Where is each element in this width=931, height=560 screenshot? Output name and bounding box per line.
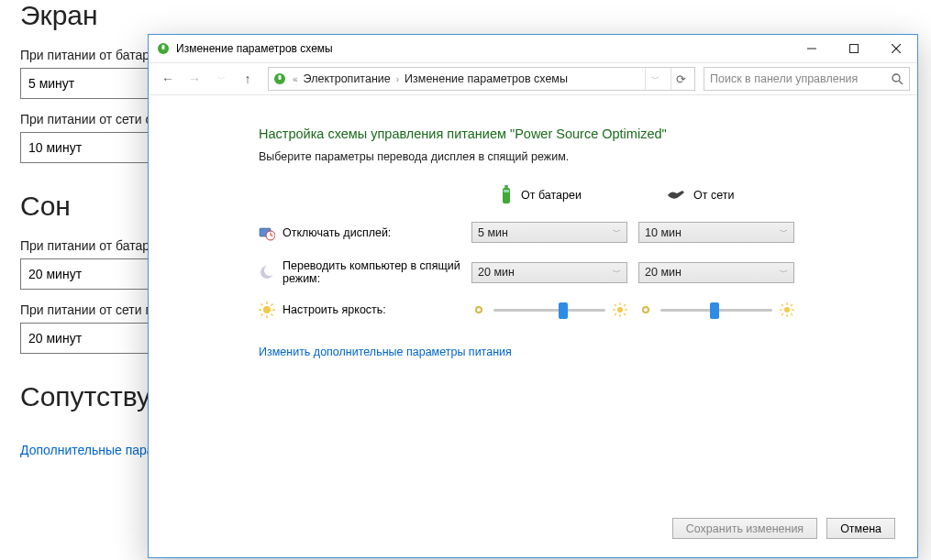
- advanced-settings-link[interactable]: Изменить дополнительные параметры питани…: [259, 346, 512, 358]
- sleep-ac-combo[interactable]: 20 мин﹀: [638, 262, 794, 283]
- svg-rect-12: [504, 190, 509, 192]
- svg-point-29: [617, 307, 623, 313]
- section-heading-screen: Экран: [20, 0, 911, 31]
- display-ac-combo[interactable]: 10 мин﹀: [638, 222, 794, 243]
- svg-rect-7: [279, 75, 282, 80]
- svg-rect-11: [504, 185, 508, 188]
- breadcrumb-sep: ›: [396, 74, 399, 84]
- row-label-display: Отключать дисплей:: [259, 225, 460, 241]
- svg-point-38: [643, 307, 648, 313]
- svg-line-26: [272, 304, 273, 306]
- breadcrumb-current[interactable]: Изменение параметров схемы: [405, 72, 568, 85]
- svg-point-18: [264, 265, 275, 276]
- maximize-button[interactable]: [833, 35, 875, 62]
- search-box[interactable]: Поиск в панели управления: [704, 67, 910, 91]
- moon-icon: [259, 264, 275, 280]
- sun-dim-icon: [638, 302, 653, 317]
- refresh-button[interactable]: ⟳: [671, 68, 691, 90]
- sun-icon: [259, 302, 275, 318]
- svg-rect-3: [850, 45, 859, 53]
- svg-line-47: [781, 313, 783, 315]
- recent-button[interactable]: ﹀: [209, 67, 233, 91]
- svg-line-35: [624, 313, 626, 315]
- svg-line-44: [781, 304, 783, 306]
- search-placeholder: Поиск в панели управления: [710, 72, 858, 85]
- row-label-brightness: Настроить яркость:: [259, 302, 460, 318]
- plug-icon: [666, 188, 686, 203]
- brightness-ac-slider[interactable]: [638, 302, 794, 317]
- sleep-battery-combo[interactable]: 20 мин﹀: [471, 262, 627, 283]
- close-button[interactable]: [875, 35, 917, 62]
- svg-line-37: [615, 313, 616, 315]
- display-battery-combo[interactable]: 5 мин﹀: [471, 222, 627, 243]
- address-bar[interactable]: « Электропитание › Изменение параметров …: [268, 67, 695, 91]
- sun-bright-icon: [780, 302, 794, 317]
- save-button[interactable]: Сохранить изменения: [672, 518, 817, 539]
- monitor-clock-icon: [259, 225, 275, 241]
- sun-bright-icon: [613, 302, 627, 317]
- brightness-battery-slider[interactable]: [471, 302, 627, 317]
- svg-point-19: [263, 306, 271, 313]
- up-button[interactable]: ↑: [236, 67, 260, 91]
- battery-icon: [499, 185, 514, 205]
- chevron-down-icon: ﹀: [613, 226, 621, 238]
- svg-line-34: [615, 304, 616, 306]
- forward-button[interactable]: →: [183, 67, 206, 91]
- column-header-battery: От батареи: [471, 185, 627, 205]
- svg-point-39: [784, 307, 790, 313]
- chevron-down-icon: ﹀: [780, 267, 788, 279]
- window-title: Изменение параметров схемы: [176, 42, 333, 55]
- breadcrumb-root-sep: «: [293, 74, 298, 84]
- power-options-icon: [272, 71, 287, 86]
- address-dropdown-button[interactable]: ﹀: [645, 68, 665, 90]
- sleep-ac-value: 20 минут: [28, 331, 82, 346]
- navbar: ← → ﹀ ↑ « Электропитание › Изменение пар…: [149, 62, 917, 95]
- svg-line-27: [261, 314, 263, 316]
- chevron-down-icon: ﹀: [780, 226, 788, 238]
- chevron-down-icon: ﹀: [613, 267, 621, 279]
- plan-subtext: Выберите параметры перевода дисплея в сп…: [259, 150, 899, 163]
- cancel-button[interactable]: Отмена: [826, 518, 895, 539]
- svg-line-46: [791, 304, 792, 306]
- edit-plan-window: Изменение параметров схемы ← → ﹀ ↑ « Эле…: [148, 34, 918, 558]
- plan-heading: Настройка схемы управления питанием "Pow…: [259, 126, 899, 141]
- svg-line-45: [791, 313, 792, 315]
- breadcrumb-root[interactable]: Электропитание: [304, 72, 391, 85]
- svg-point-28: [476, 307, 482, 313]
- svg-point-8: [892, 74, 900, 82]
- content-area: Настройка схемы управления питанием "Pow…: [149, 95, 917, 557]
- svg-rect-1: [162, 45, 165, 49]
- row-label-sleep: Переводить компьютер в спящий режим:: [259, 259, 460, 285]
- column-header-ac: От сети: [638, 188, 794, 203]
- svg-line-24: [261, 304, 263, 306]
- power-options-icon: [156, 41, 171, 56]
- sleep-battery-value: 20 минут: [28, 267, 82, 281]
- screen-battery-value: 5 минут: [28, 76, 74, 91]
- back-button[interactable]: ←: [156, 67, 180, 91]
- minimize-button[interactable]: [791, 35, 833, 62]
- search-icon: [892, 73, 903, 85]
- sun-dim-icon: [471, 302, 486, 317]
- svg-line-36: [624, 304, 626, 306]
- titlebar: Изменение параметров схемы: [149, 35, 917, 62]
- svg-line-9: [899, 81, 903, 84]
- screen-ac-value: 10 минут: [28, 140, 82, 155]
- svg-line-25: [272, 314, 273, 316]
